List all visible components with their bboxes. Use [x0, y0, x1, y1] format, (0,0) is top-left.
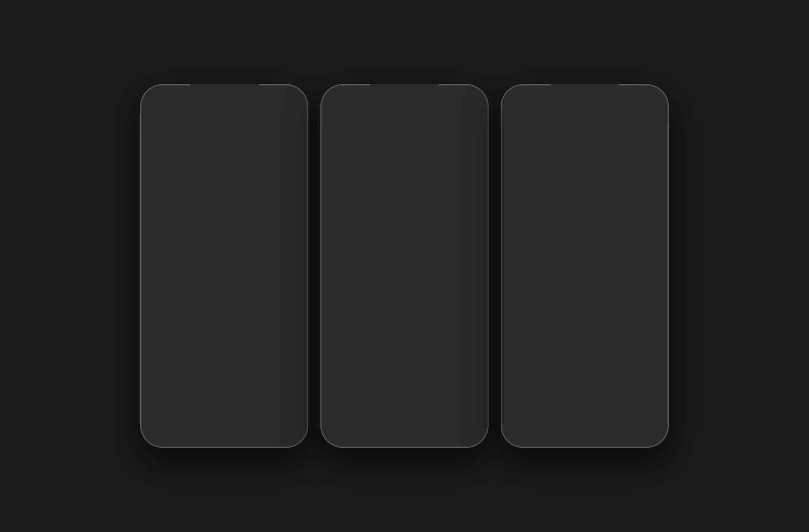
camera-svg-2 [378, 250, 393, 263]
p3-app-settings-top[interactable]: Settings [635, 203, 658, 234]
dock-safari[interactable] [228, 407, 254, 433]
weather-intensity-label: Intensity [157, 149, 291, 154]
p2-podcast-widget[interactable]: 🎙 👨‍🦲 1H 47M LEFT Ali Abdaal Podcasts [332, 285, 401, 341]
svg-point-82 [421, 253, 426, 259]
phone1-app-maps[interactable]: Maps [152, 186, 183, 219]
phone1-music-widget[interactable]: The New Abnormal The Strokes ♪ Music [228, 269, 296, 325]
p3-app-photos[interactable]: Photos [588, 314, 619, 347]
cal-d-9: 9 [603, 267, 613, 272]
phone1-app-calendar[interactable]: MON 22 Calendar [190, 300, 221, 333]
p3-app-home[interactable]: Home [626, 314, 657, 347]
dock2-safari[interactable] [408, 407, 434, 433]
svg-point-135 [602, 321, 605, 324]
calendar-grid: S M T W T F S 1 2 3 4 5 6 [584, 256, 652, 293]
cal-hdr-s2: S [642, 256, 652, 260]
phone-svg [266, 413, 280, 427]
p2-app-camera[interactable]: Camera [370, 243, 401, 276]
signal-icon-3: ▲ [626, 100, 630, 106]
svg-text:6: 6 [167, 317, 168, 320]
phone1-app-settings[interactable]: Settings [190, 228, 221, 261]
cal-hdr-w: W [613, 256, 623, 260]
messages-dock-icon [163, 407, 188, 433]
dot-3-inactive [586, 395, 590, 398]
p3-app-calendar[interactable]: MON 22 Calendar [626, 356, 657, 389]
calendar-month-3: MON [636, 358, 646, 363]
youtube-icon-2 [373, 201, 398, 227]
p2-app-settings[interactable]: Settings [446, 201, 477, 235]
dock-messages[interactable] [163, 407, 188, 433]
p2-app-maps[interactable]: Maps [332, 201, 364, 235]
dock3-safari[interactable] [588, 407, 614, 433]
phone1-app-camera[interactable]: Camera [266, 186, 297, 219]
now-playing-info: The New Abnormal The Strokes [364, 125, 463, 138]
batteries-widget[interactable]: 📱 iPhone 100% 🎧 [511, 114, 632, 200]
music-widget-large: The New Abnormal The Strokes ♪ [228, 269, 284, 325]
p2-app-youtube[interactable]: YouTube [370, 201, 401, 235]
weather-widget-label: Weather [144, 172, 305, 178]
svg-text:A: A [162, 235, 166, 242]
p2-app-notes[interactable]: Notes [446, 285, 477, 341]
svg-point-130 [529, 327, 532, 331]
p3-app-reminders[interactable]: Reminders [551, 356, 582, 389]
battery-case: 💼 Case 80% [574, 159, 627, 194]
phone1-app-youtube[interactable]: YouTube [190, 186, 221, 219]
weather-times: Now 7:45 8:00 8:15 8:30 [157, 159, 291, 164]
p2-app-photos[interactable]: Photos [408, 243, 439, 276]
notes-svg-2 [453, 290, 469, 306]
phone1-app-slack[interactable]: Slack [228, 186, 259, 219]
settings-icon-2 [448, 201, 474, 227]
p3-app-notes[interactable]: Notes [513, 356, 544, 389]
mail-dock-icon [195, 407, 221, 433]
p3-app-translate-top[interactable]: A 文 Translate [608, 203, 632, 234]
phone1-app-notes[interactable]: Notes [228, 228, 259, 261]
p2-app-translate[interactable]: A 文 Translate [408, 201, 439, 235]
camera-label: Camera [273, 213, 289, 219]
dock3-mail[interactable] [555, 407, 581, 433]
reminders-label: Reminders [270, 255, 292, 261]
calendar-widget[interactable]: WWDC No more eventstoday JUNE S M T W T … [511, 243, 658, 299]
battery-icon-2: ⚡▮ [464, 100, 473, 106]
maps-svg [159, 190, 176, 207]
youtube-icon-3 [635, 159, 658, 182]
dock2-messages[interactable] [343, 407, 369, 433]
home-icon [192, 269, 218, 295]
calendar-month-short: MON [200, 302, 210, 307]
p3-app-clock[interactable]: 12 6 9 3 Clock [588, 356, 619, 389]
p3-app-slack[interactable]: Slack [513, 314, 544, 347]
p2-app-calendar[interactable]: MON 22 Calendar [370, 355, 401, 388]
phone3-app-row2: Notes Reminders [504, 351, 665, 393]
dock2-phone[interactable] [440, 407, 466, 433]
translate-svg-2: A 文 [416, 207, 431, 222]
time-now: Now [157, 159, 166, 164]
airpods-battery-name: AirPods [593, 144, 608, 148]
maps-icon-2 [335, 201, 361, 227]
translate-svg: A 文 [160, 233, 176, 248]
p2-app-slack[interactable]: Slack [332, 243, 364, 276]
p2-app-clock[interactable]: 12 6 9 3 Clock [332, 355, 364, 388]
p3-app-camera[interactable]: Camera [551, 314, 582, 347]
music-note-icon: ♪ [276, 274, 279, 282]
airpods2-battery-icon: 🎧 [532, 159, 554, 182]
p2-app-home[interactable]: Home [446, 243, 477, 276]
cal-d-19: 19 [633, 273, 642, 279]
music-widget-phone2[interactable]: The New Abnormal The Strokes ♪ AMY SHARK… [331, 114, 478, 185]
calendar-top-2: MON [373, 355, 398, 365]
dock-mail[interactable] [195, 407, 221, 433]
phone1-app-clock[interactable]: 12 6 9 3 Clock [152, 300, 183, 333]
dock3-messages[interactable] [523, 407, 549, 433]
svg-point-77 [426, 252, 429, 256]
dock3-phone[interactable] [621, 407, 646, 433]
dock-phone[interactable] [260, 407, 286, 433]
podcast-avatar: 👨‍🦲 [345, 291, 376, 322]
weather-widget[interactable]: ↗ 80° ☁ Expect rain inthe next hour Inte… [151, 113, 298, 170]
translate-label-2: Translate [414, 229, 433, 235]
svg-line-21 [208, 243, 210, 244]
p3-app-maps-top[interactable]: Maps [635, 125, 658, 155]
translate-label-3: Translate [610, 228, 630, 234]
p3-app-youtube-top[interactable]: YouTube [635, 159, 658, 189]
dock2-mail[interactable] [375, 407, 401, 433]
phone1-app-translate[interactable]: A 文 Translate [152, 228, 183, 261]
phone1-app-reminders[interactable]: Reminders [266, 228, 297, 261]
notes-icon-3 [515, 356, 541, 382]
svg-point-6 [244, 199, 247, 203]
